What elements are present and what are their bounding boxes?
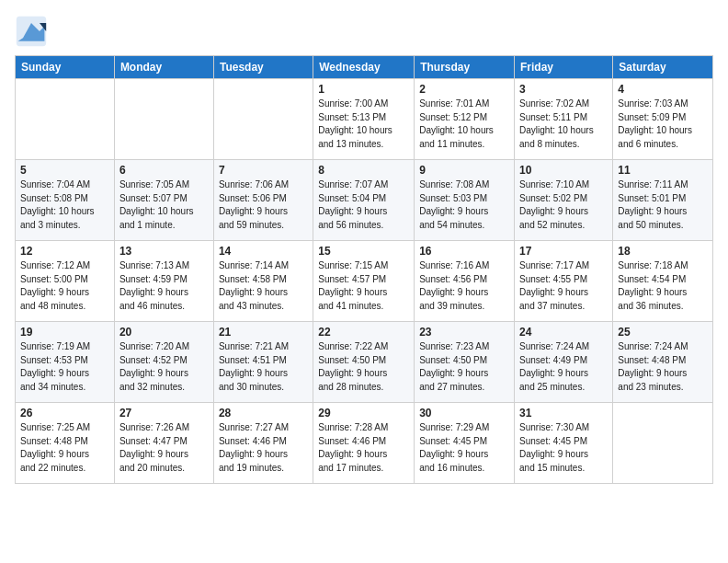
calendar-cell: 14Sunrise: 7:14 AMSunset: 4:58 PMDayligh…: [213, 241, 313, 322]
calendar-cell: 21Sunrise: 7:21 AMSunset: 4:51 PMDayligh…: [213, 322, 313, 403]
day-number: 14: [219, 245, 308, 258]
day-info: Sunrise: 7:08 AMSunset: 5:03 PMDaylight:…: [419, 178, 509, 232]
day-number: 6: [119, 164, 209, 177]
day-number: 29: [318, 407, 409, 419]
day-number: 17: [519, 245, 608, 258]
day-info: Sunrise: 7:15 AMSunset: 4:57 PMDaylight:…: [318, 259, 409, 313]
calendar-cell: 5Sunrise: 7:04 AMSunset: 5:08 PMDaylight…: [16, 160, 115, 241]
day-number: 8: [318, 164, 409, 177]
day-number: 12: [20, 245, 109, 258]
calendar-cell: 13Sunrise: 7:13 AMSunset: 4:59 PMDayligh…: [114, 241, 213, 322]
day-info: Sunrise: 7:12 AMSunset: 5:00 PMDaylight:…: [20, 259, 109, 313]
day-info: Sunrise: 7:00 AMSunset: 5:13 PMDaylight:…: [318, 98, 409, 151]
day-number: 11: [618, 164, 708, 177]
calendar-cell: 20Sunrise: 7:20 AMSunset: 4:52 PMDayligh…: [114, 322, 213, 403]
calendar-cell: 16Sunrise: 7:16 AMSunset: 4:56 PMDayligh…: [415, 241, 515, 322]
calendar-cell: 31Sunrise: 7:30 AMSunset: 4:45 PMDayligh…: [515, 403, 613, 484]
calendar-cell: 4Sunrise: 7:03 AMSunset: 5:09 PMDaylight…: [613, 79, 713, 160]
calendar-cell: 29Sunrise: 7:28 AMSunset: 4:46 PMDayligh…: [313, 403, 415, 484]
weekday-header-wednesday: Wednesday: [313, 56, 415, 79]
day-info: Sunrise: 7:03 AMSunset: 5:09 PMDaylight:…: [618, 98, 708, 151]
calendar-cell: 26Sunrise: 7:25 AMSunset: 4:48 PMDayligh…: [16, 403, 115, 484]
weekday-header-thursday: Thursday: [415, 56, 515, 79]
day-info: Sunrise: 7:17 AMSunset: 4:55 PMDaylight:…: [519, 259, 608, 313]
calendar-cell: 18Sunrise: 7:18 AMSunset: 4:54 PMDayligh…: [613, 241, 713, 322]
calendar-cell: 27Sunrise: 7:26 AMSunset: 4:47 PMDayligh…: [114, 403, 213, 484]
day-info: Sunrise: 7:29 AMSunset: 4:45 PMDaylight:…: [419, 421, 509, 475]
calendar-cell: 1Sunrise: 7:00 AMSunset: 5:13 PMDaylight…: [313, 79, 415, 160]
calendar-cell: 9Sunrise: 7:08 AMSunset: 5:03 PMDaylight…: [415, 160, 515, 241]
day-number: 5: [20, 164, 109, 177]
day-info: Sunrise: 7:25 AMSunset: 4:48 PMDaylight:…: [20, 421, 109, 475]
day-info: Sunrise: 7:05 AMSunset: 5:07 PMDaylight:…: [119, 178, 209, 232]
day-info: Sunrise: 7:19 AMSunset: 4:53 PMDaylight:…: [20, 340, 109, 394]
day-info: Sunrise: 7:21 AMSunset: 4:51 PMDaylight:…: [219, 340, 308, 394]
day-info: Sunrise: 7:10 AMSunset: 5:02 PMDaylight:…: [519, 178, 608, 232]
day-info: Sunrise: 7:13 AMSunset: 4:59 PMDaylight:…: [119, 259, 209, 313]
calendar-cell: 28Sunrise: 7:27 AMSunset: 4:46 PMDayligh…: [213, 403, 313, 484]
calendar-cell: 25Sunrise: 7:24 AMSunset: 4:48 PMDayligh…: [613, 322, 713, 403]
day-number: 19: [20, 326, 109, 339]
calendar-week-row: 26Sunrise: 7:25 AMSunset: 4:48 PMDayligh…: [16, 403, 713, 484]
day-info: Sunrise: 7:27 AMSunset: 4:46 PMDaylight:…: [219, 421, 308, 475]
calendar-cell: 19Sunrise: 7:19 AMSunset: 4:53 PMDayligh…: [16, 322, 115, 403]
logo-icon: [15, 15, 48, 48]
calendar-cell: 23Sunrise: 7:23 AMSunset: 4:50 PMDayligh…: [415, 322, 515, 403]
calendar-cell: 11Sunrise: 7:11 AMSunset: 5:01 PMDayligh…: [613, 160, 713, 241]
calendar-cell: 10Sunrise: 7:10 AMSunset: 5:02 PMDayligh…: [515, 160, 613, 241]
day-info: Sunrise: 7:06 AMSunset: 5:06 PMDaylight:…: [219, 178, 308, 232]
calendar-cell: [114, 79, 213, 160]
day-number: 31: [519, 407, 608, 419]
calendar-header: SundayMondayTuesdayWednesdayThursdayFrid…: [16, 56, 713, 79]
day-info: Sunrise: 7:26 AMSunset: 4:47 PMDaylight:…: [119, 421, 209, 475]
day-number: 30: [419, 407, 509, 419]
page-header: [15, 15, 713, 48]
day-info: Sunrise: 7:14 AMSunset: 4:58 PMDaylight:…: [219, 259, 308, 313]
day-info: Sunrise: 7:07 AMSunset: 5:04 PMDaylight:…: [318, 178, 409, 232]
calendar-cell: 24Sunrise: 7:24 AMSunset: 4:49 PMDayligh…: [515, 322, 613, 403]
day-number: 10: [519, 164, 608, 177]
day-info: Sunrise: 7:02 AMSunset: 5:11 PMDaylight:…: [519, 98, 608, 151]
day-number: 20: [119, 326, 209, 339]
logo: [15, 15, 51, 48]
day-number: 3: [519, 83, 608, 96]
day-number: 9: [419, 164, 509, 177]
calendar-cell: 6Sunrise: 7:05 AMSunset: 5:07 PMDaylight…: [114, 160, 213, 241]
day-number: 16: [419, 245, 509, 258]
day-number: 21: [219, 326, 308, 339]
day-number: 27: [119, 407, 209, 419]
calendar-week-row: 12Sunrise: 7:12 AMSunset: 5:00 PMDayligh…: [16, 241, 713, 322]
day-info: Sunrise: 7:01 AMSunset: 5:12 PMDaylight:…: [419, 98, 509, 151]
calendar-cell: [16, 79, 115, 160]
day-number: 13: [119, 245, 209, 258]
weekday-header-sunday: Sunday: [16, 56, 115, 79]
day-info: Sunrise: 7:16 AMSunset: 4:56 PMDaylight:…: [419, 259, 509, 313]
day-info: Sunrise: 7:18 AMSunset: 4:54 PMDaylight:…: [618, 259, 708, 313]
day-number: 26: [20, 407, 109, 419]
calendar-cell: 7Sunrise: 7:06 AMSunset: 5:06 PMDaylight…: [213, 160, 313, 241]
calendar-cell: 30Sunrise: 7:29 AMSunset: 4:45 PMDayligh…: [415, 403, 515, 484]
calendar-cell: 8Sunrise: 7:07 AMSunset: 5:04 PMDaylight…: [313, 160, 415, 241]
day-info: Sunrise: 7:04 AMSunset: 5:08 PMDaylight:…: [20, 178, 109, 232]
day-number: 22: [318, 326, 409, 339]
day-info: Sunrise: 7:24 AMSunset: 4:49 PMDaylight:…: [519, 340, 608, 394]
calendar-cell: 22Sunrise: 7:22 AMSunset: 4:50 PMDayligh…: [313, 322, 415, 403]
weekday-header-tuesday: Tuesday: [213, 56, 313, 79]
calendar-week-row: 19Sunrise: 7:19 AMSunset: 4:53 PMDayligh…: [16, 322, 713, 403]
day-number: 24: [519, 326, 608, 339]
calendar-cell: 15Sunrise: 7:15 AMSunset: 4:57 PMDayligh…: [313, 241, 415, 322]
weekday-header-friday: Friday: [515, 56, 613, 79]
calendar-cell: [613, 403, 713, 484]
calendar-week-row: 5Sunrise: 7:04 AMSunset: 5:08 PMDaylight…: [16, 160, 713, 241]
day-info: Sunrise: 7:22 AMSunset: 4:50 PMDaylight:…: [318, 340, 409, 394]
day-info: Sunrise: 7:11 AMSunset: 5:01 PMDaylight:…: [618, 178, 708, 232]
day-number: 4: [618, 83, 708, 96]
day-number: 15: [318, 245, 409, 258]
day-info: Sunrise: 7:28 AMSunset: 4:46 PMDaylight:…: [318, 421, 409, 475]
calendar-cell: [213, 79, 313, 160]
day-info: Sunrise: 7:20 AMSunset: 4:52 PMDaylight:…: [119, 340, 209, 394]
calendar-cell: 3Sunrise: 7:02 AMSunset: 5:11 PMDaylight…: [515, 79, 613, 160]
day-number: 28: [219, 407, 308, 419]
day-info: Sunrise: 7:24 AMSunset: 4:48 PMDaylight:…: [618, 340, 708, 394]
weekday-header-monday: Monday: [114, 56, 213, 79]
